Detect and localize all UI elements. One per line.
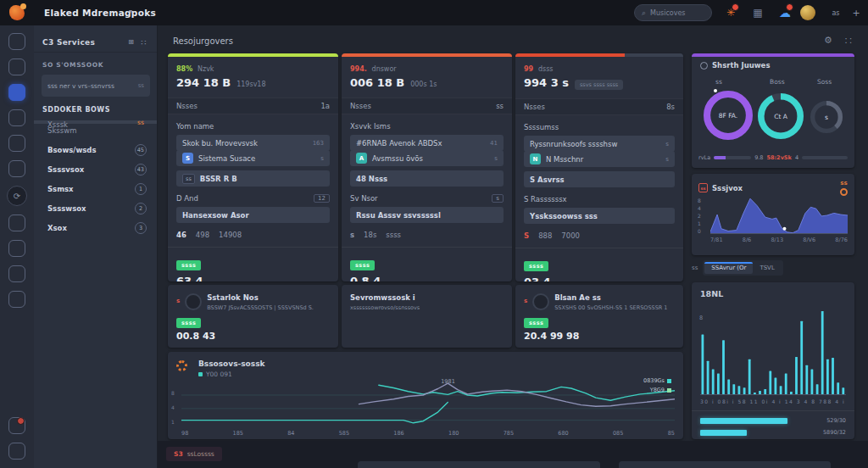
card-value: 994 3 s: [524, 76, 569, 89]
chevron-down-icon[interactable]: ▾: [129, 8, 132, 15]
text-input[interactable]: #6RNAB Avenok ABDSx41: [350, 135, 504, 151]
global-search[interactable]: ⌕ Musicoves: [634, 4, 712, 21]
sidebar-header-icons[interactable]: ⊞ ⸬: [128, 38, 148, 47]
link[interactable]: 46: [176, 231, 186, 239]
area-chart: [710, 197, 848, 234]
timeline-title: Bssosovs-sossk: [198, 359, 265, 368]
rail-item-1-icon[interactable]: [8, 33, 25, 50]
card-value: 006 18 B: [350, 76, 404, 89]
link[interactable]: s: [350, 231, 354, 239]
link[interactable]: ssss: [386, 231, 401, 239]
text-size-icon[interactable]: as: [827, 4, 844, 21]
segment-inactive[interactable]: TSVL: [753, 262, 781, 274]
action-button[interactable]: S Asvrss: [524, 171, 675, 187]
rail-sync-icon[interactable]: [7, 186, 27, 206]
issues-pill[interactable]: S3 ssLossss: [166, 447, 222, 461]
totals-card: 18NL 8 30 i 08i i 58 11 0i 4 i 14 3 4 8 …: [692, 282, 854, 439]
page-settings-icons[interactable]: ⚙ ⸬: [824, 35, 857, 46]
segment-active[interactable]: SSAvrur (Or: [704, 262, 753, 274]
rail-alerts-icon[interactable]: [8, 417, 25, 434]
link[interactable]: 14908: [219, 231, 242, 239]
cloud-icon[interactable]: ☁: [776, 4, 793, 21]
rail-item-2-icon[interactable]: [8, 58, 25, 75]
error-tag: s: [176, 298, 180, 304]
rail-item-11-icon[interactable]: [8, 291, 25, 308]
sidebar-section-label: SO S'OMSSOOK: [42, 61, 103, 69]
text-input[interactable]: Ryssnrunksoofs sssshsws: [524, 136, 675, 152]
sidebar-item[interactable]: Xsox 3: [34, 218, 157, 237]
hbar-row: 529/30: [700, 417, 846, 424]
event-card[interactable]: s Sstarlok Nos BSSW7 JSsvACSSSOSTS | SSS…: [168, 285, 338, 348]
link[interactable]: S: [524, 231, 529, 240]
app-title: Elaked Mdremagpoks: [44, 8, 156, 18]
text-input[interactable]: Skok bu. Mrovevsvsk163: [176, 135, 330, 151]
card-footer: ssss 63 4: [168, 247, 338, 281]
status-badge: ssss: [176, 260, 201, 270]
action-button[interactable]: ssBSSR R B: [176, 170, 330, 187]
link[interactable]: 888: [538, 231, 552, 240]
rail-item-9-icon[interactable]: [8, 240, 25, 257]
resource-card: 88% Nzvk 294 18 B 119sv18 Nsses1a Yom na…: [168, 53, 338, 281]
link[interactable]: 18s: [364, 231, 376, 239]
sidebar-item[interactable]: Xsssk ss: [34, 120, 157, 124]
count-badge: 43: [135, 164, 147, 176]
status-badge: ssss: [350, 260, 375, 270]
ring-col-label: ss: [715, 78, 722, 86]
collapsed-panel[interactable]: [358, 461, 600, 468]
select-dropdown[interactable]: S Sistema Susaces: [176, 150, 330, 166]
sidebar-item[interactable]: Bsows/wsds 45: [34, 140, 157, 159]
rail-item-4-icon[interactable]: [8, 109, 25, 126]
apps-grid-icon[interactable]: ▦: [749, 4, 766, 21]
search-placeholder: Musicoves: [650, 9, 685, 17]
sidebar-item[interactable]: Sssswsox 2: [34, 198, 157, 218]
count-badge: 3: [135, 222, 147, 234]
donut-chart: s: [810, 101, 843, 133]
event-card[interactable]: Sevromwssosk i xssssssowrovso/ssnssovs: [342, 285, 512, 348]
sidebar-item[interactable]: Ssssvsox 43: [34, 159, 157, 179]
status-text: 994. dnswor: [350, 65, 504, 73]
status-text: 88% Nzvk: [176, 65, 330, 73]
action-button[interactable]: 48 Nsss: [350, 170, 504, 187]
rail-account-icon[interactable]: [8, 443, 25, 460]
field-label-2: D And12: [176, 194, 330, 203]
rail-item-5-icon[interactable]: [8, 135, 25, 152]
sidebar-item[interactable]: Ssmsx 1: [34, 179, 157, 198]
x-axis-labels: 30 i 08i i 58 11 0i 4 i 14 3 4 8 788 4 i…: [700, 398, 846, 404]
loading-ring-icon: [176, 360, 187, 371]
rail-item-8-icon[interactable]: [8, 214, 25, 231]
link[interactable]: 7000: [561, 231, 580, 240]
flag-icon[interactable]: ss: [840, 180, 847, 187]
sidebar-search-input[interactable]: sss ner v vrs–ssnvrss ss: [42, 75, 150, 97]
select-dropdown[interactable]: A Avsmssu ōvōss: [350, 150, 504, 166]
error-tag: s: [524, 298, 527, 304]
action-button-2[interactable]: Ysskssoowss sss: [524, 208, 675, 224]
count-badge: 45: [135, 144, 147, 156]
service-icon: A: [356, 153, 367, 164]
notifications-icon[interactable]: ✳: [722, 4, 739, 21]
entity-avatar-icon: [532, 293, 549, 310]
chart-annotation: 1981: [441, 378, 455, 385]
rail-item-3-icon-active[interactable]: [8, 84, 25, 101]
event-card[interactable]: s Blsan Ae ss SSXSHS 00 SvOSHSH-SS 1 SER…: [515, 285, 683, 348]
x-axis-labels: 98 185 84 585 186 180 785 680 085 85: [181, 430, 675, 437]
status-badge: ssss: [176, 318, 201, 328]
resource-card: 99 dsss 994 3 s ssvs ssss ssss Nsses8s S…: [515, 53, 683, 281]
alert-square-icon: ss: [698, 183, 708, 192]
select-dropdown[interactable]: N N Msschnrs: [524, 151, 675, 167]
action-button-2[interactable]: Hansexsow Asor: [176, 207, 330, 223]
rail-item-10-icon[interactable]: [8, 265, 25, 282]
collapsed-panel[interactable]: [619, 461, 831, 468]
sidebar-group-label: SDDOKER BOWS: [42, 106, 110, 114]
app-logo-icon[interactable]: [9, 5, 25, 20]
sidebar-search-value: sss ner v vrs–ssnvrss: [47, 82, 114, 90]
target-icon[interactable]: [840, 188, 848, 196]
link[interactable]: 498: [196, 231, 209, 239]
user-avatar[interactable]: [800, 5, 815, 20]
card-value: 294 18 B: [176, 76, 231, 89]
action-button-2[interactable]: Rssu Asssv ssvsssssl: [350, 207, 504, 223]
y-axis-labels: 8 4 1: [171, 386, 175, 429]
rail-item-6-icon[interactable]: [8, 160, 25, 177]
ring-marker-dot: [714, 89, 717, 92]
count-badge: 2: [135, 203, 147, 214]
add-icon[interactable]: +: [848, 4, 865, 21]
